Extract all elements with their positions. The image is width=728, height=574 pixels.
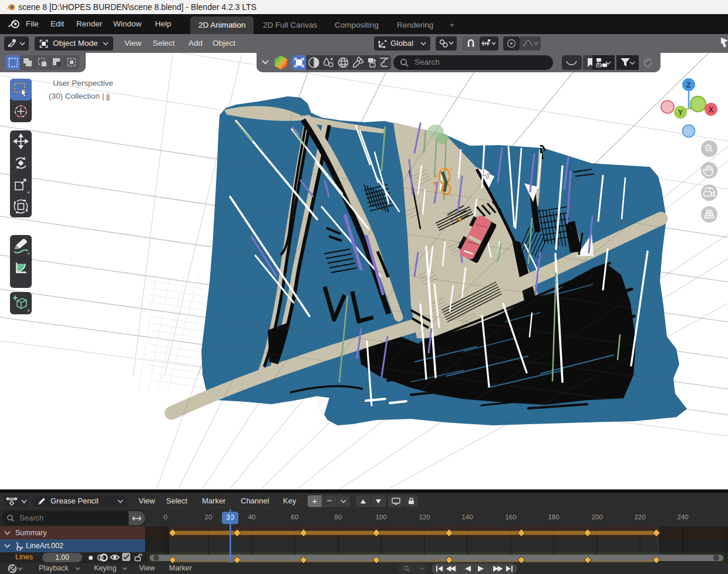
- svg-text:Y: Y: [678, 109, 683, 117]
- svg-text:X: X: [709, 106, 713, 114]
- svg-text:Z: Z: [686, 81, 690, 89]
